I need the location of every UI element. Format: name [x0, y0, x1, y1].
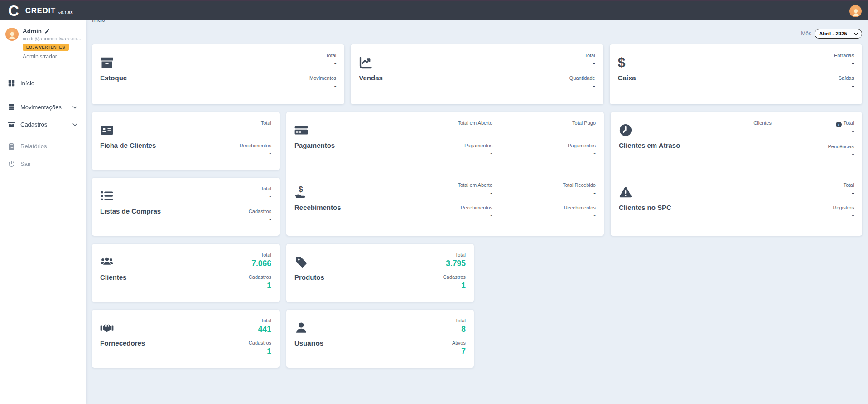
stat-value: -	[569, 59, 595, 68]
list-icon	[100, 189, 114, 203]
stat-value: -	[833, 211, 854, 220]
stat-value: -	[309, 82, 336, 90]
card-clientes-atraso-spc: Clientes em Atraso Clientes - Total - Pe…	[611, 112, 862, 236]
clipboard-icon	[8, 142, 15, 150]
month-filter-row: Mês Abril - 2025	[92, 29, 862, 39]
stat-label: Registros	[833, 204, 854, 211]
stat-label: Cadastros	[249, 273, 271, 281]
stat-label: Total em Aberto	[429, 181, 492, 189]
card-produtos: Produtos Total 3.795 Cadastros 1	[286, 244, 474, 302]
user-icon	[294, 321, 308, 335]
stat-value: 3.795	[443, 258, 466, 268]
top-navbar: C CREDIT v0.1.88	[0, 0, 868, 20]
card-clientes-em-atraso: Clientes em Atraso Clientes - Total - Pe…	[611, 112, 862, 174]
power-icon	[8, 160, 15, 168]
card-title: Caixa	[618, 74, 636, 82]
stat-value: -	[532, 127, 596, 135]
stat-value: -	[800, 150, 854, 159]
chart-line-icon	[359, 56, 372, 69]
stat-label: Total	[833, 181, 854, 189]
card-title: Usuários	[294, 339, 323, 347]
stat-value: -	[834, 82, 854, 90]
info-icon	[836, 122, 842, 127]
stat-label: Total em Aberto	[429, 119, 492, 127]
month-filter-label: Mês	[801, 30, 811, 37]
edit-pencil-icon[interactable]	[44, 29, 50, 34]
card-recebimentos: $ Recebimentos Total em Aberto - Recebim…	[286, 174, 604, 236]
credit-card-icon	[294, 123, 308, 137]
stat-value: 441	[249, 324, 271, 334]
avatar	[5, 28, 19, 41]
archive-icon	[8, 121, 15, 128]
stat-value: -	[309, 59, 336, 68]
stat-value: -	[240, 127, 271, 135]
users-icon	[100, 255, 114, 269]
database-icon	[8, 103, 15, 111]
card-title: Produtos	[294, 273, 324, 281]
card-ficha-de-clientes: Ficha de Clientes Total - Recebimentos -	[92, 112, 280, 170]
handshake-icon	[100, 321, 114, 335]
stat-label: Total Recebido	[532, 181, 596, 189]
stat-label: Clientes	[717, 119, 772, 127]
stat-label: Pendências	[800, 143, 854, 150]
sidebar-item-label: Movimentações	[20, 104, 62, 111]
stat-label: Total	[844, 120, 854, 126]
sidebar-item-label: Início	[20, 80, 34, 87]
stat-label: Saídas	[834, 74, 854, 82]
clock-icon	[619, 123, 632, 137]
stat-label: Recebimentos	[532, 204, 596, 211]
stat-label: Quantidade	[569, 74, 595, 82]
stat-value: 7.066	[249, 258, 271, 268]
stat-value: -	[249, 192, 271, 201]
stat-label: Total	[249, 317, 271, 324]
stat-value: -	[249, 215, 271, 224]
card-title: Listas de Compras	[100, 207, 161, 215]
stat-value: -	[569, 82, 595, 90]
stat-value: -	[240, 149, 271, 158]
chevron-down-icon	[72, 104, 78, 111]
card-usuarios: Usuários Total 8 Ativos 7	[286, 310, 474, 368]
stat-label: Total	[240, 119, 271, 127]
stat-value: -	[429, 127, 492, 135]
stat-label: Movimentos	[309, 74, 336, 82]
card-title: Clientes	[100, 273, 126, 281]
sidebar-item-movimentacoes[interactable]: Movimentações	[0, 98, 86, 116]
card-title: Recebimentos	[294, 204, 341, 211]
user-avatar-button[interactable]	[849, 5, 862, 17]
stat-label: Recebimentos	[429, 204, 492, 211]
sidebar-item-relatorios[interactable]: Relatórios	[0, 137, 86, 155]
app-logo: C	[8, 2, 19, 20]
dollar-icon: $	[618, 56, 632, 69]
stat-value: -	[833, 189, 854, 197]
stat-label: Total Pago	[532, 119, 596, 127]
person-icon	[851, 7, 861, 17]
brand-name: CREDIT	[25, 6, 56, 15]
stat-value: 1	[249, 281, 271, 291]
sidebar-item-cadastros[interactable]: Cadastros	[0, 116, 86, 133]
user-name: Admin	[23, 28, 42, 34]
sidebar-item-label: Sair	[20, 161, 31, 167]
stat-label: Total	[452, 317, 466, 324]
id-card-icon	[100, 123, 114, 137]
profile-block: Admin credit@anronsoftware.co... LOJA VE…	[0, 20, 86, 64]
stat-label: Ativos	[452, 339, 466, 346]
card-title: Vendas	[359, 74, 383, 82]
sidebar-item-sair[interactable]: Sair	[0, 155, 86, 173]
sidebar-item-inicio[interactable]: Início	[0, 74, 86, 92]
sidebar-menu: Início Movimentações Cadastros	[0, 74, 86, 173]
card-title: Ficha de Clientes	[100, 141, 156, 149]
stat-value: -	[429, 149, 492, 158]
stat-label: Pagamentos	[532, 142, 596, 149]
card-title: Clientes em Atraso	[619, 141, 680, 149]
stat-value: 8	[452, 324, 466, 334]
warning-icon	[619, 185, 632, 199]
user-email: credit@anronsoftware.co...	[23, 36, 81, 41]
stat-value: -	[532, 149, 596, 158]
stat-value: 1	[443, 281, 466, 291]
stat-value: -	[717, 127, 772, 135]
month-select[interactable]: Abril - 2025	[815, 29, 862, 39]
card-pagamentos-recebimentos: Pagamentos Total em Aberto - Pagamentos …	[286, 112, 604, 236]
grid-icon	[8, 79, 15, 87]
stat-value: -	[429, 211, 492, 220]
stat-label: Entradas	[834, 52, 854, 59]
